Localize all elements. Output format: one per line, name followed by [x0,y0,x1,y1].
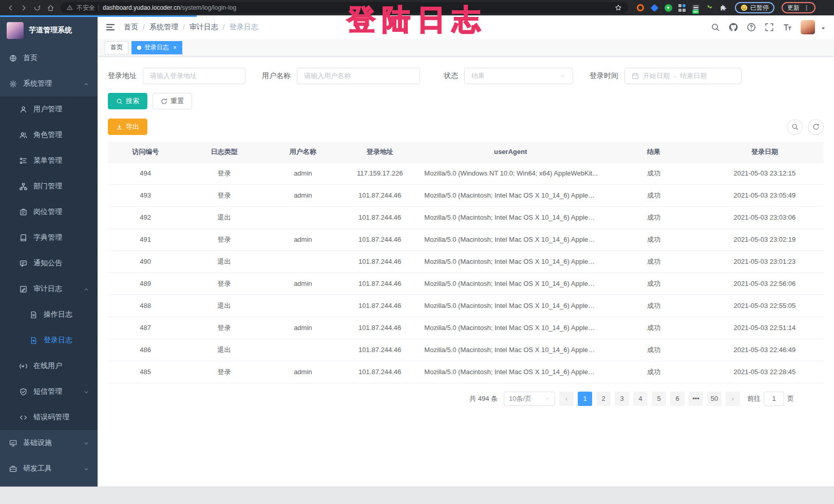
sidebar-item-字典管理[interactable]: 字典管理 [0,225,98,250]
breadcrumb-system[interactable]: 系统管理 [149,23,178,32]
table-cell: 117.159.17.226 [340,162,419,184]
github-icon[interactable] [729,23,738,32]
security-warning-label[interactable]: 不安全 [77,4,95,12]
sidebar-item-岗位管理[interactable]: 岗位管理 [0,199,98,225]
extension-orange-icon[interactable] [636,4,645,12]
page-button-50[interactable]: 50 [707,392,722,406]
browser-reload-icon[interactable] [31,2,43,14]
avatar-caret-down-icon[interactable] [820,24,826,30]
table-cell: 492 [108,206,183,228]
update-button[interactable]: 更新 [782,2,816,13]
browser-menu-icon[interactable] [803,5,810,11]
url-divider [99,5,99,11]
table-column-header: 登录日期 [706,142,824,162]
refresh-table-button[interactable] [808,119,824,135]
sidebar-item-登录日志[interactable]: 登录日志 [0,327,98,353]
bookmark-star-icon[interactable] [615,4,622,11]
page-ellipsis-button[interactable]: ••• [689,392,703,406]
sidebar-item-菜单管理[interactable]: 菜单管理 [0,148,98,173]
sidebar-item-用户管理[interactable]: 用户管理 [0,96,98,122]
extension-grid-icon[interactable] [678,4,686,12]
page-button-3[interactable]: 3 [615,392,629,406]
status-select[interactable]: 结果 [464,68,573,84]
sidebar-item-系统管理[interactable]: 系统管理 [0,71,98,96]
tab-login-log[interactable]: 登录日志 × [131,41,182,54]
toggle-search-button[interactable] [787,119,803,135]
hamburger-icon[interactable] [105,22,116,32]
sidebar-item-研发工具[interactable]: 研发工具 [0,456,98,481]
paused-badge[interactable]: 已暂停 [735,2,774,13]
breadcrumb-home[interactable]: 首页 [124,23,138,32]
search-button[interactable]: 搜索 [108,93,147,109]
sidebar-item-label: 登录日志 [44,336,72,345]
sidebar-item-部门管理[interactable]: 部门管理 [0,173,98,199]
prev-page-button[interactable]: ‹ [559,392,574,406]
table-row[interactable]: 488退出101.87.244.46Mozilla/5.0 (Macintosh… [108,295,824,317]
security-warning-icon[interactable] [67,5,73,11]
table-row[interactable]: 486退出101.87.244.46Mozilla/5.0 (Macintosh… [108,339,824,361]
table-row[interactable]: 491登录admin101.87.244.46Mozilla/5.0 (Maci… [108,228,824,250]
login-address-input[interactable]: 请输入登录地址 [143,68,245,84]
address-bar[interactable]: 不安全 dashboard.yudao.iocoder.cn/system/lo… [61,2,628,13]
sidebar-item-短信管理[interactable]: 短信管理 [0,379,98,404]
table-cell: 登录 [183,317,265,339]
sidebar-item-基础设施[interactable]: 基础设施 [0,430,98,456]
extensions-puzzle-icon[interactable] [719,4,728,12]
help-icon[interactable] [747,23,756,32]
font-size-icon[interactable] [783,23,792,32]
browser-home-icon[interactable] [44,2,56,14]
sidebar-item-审计日志[interactable]: 审计日志 [0,276,98,302]
tab-home[interactable]: 首页 [105,41,128,54]
page-button-4[interactable]: 4 [633,392,648,406]
browser-back-icon[interactable] [4,2,16,14]
goto-page-input[interactable]: 1 [764,392,784,406]
sidebar-item-操作日志[interactable]: 操作日志 [0,302,98,327]
extension-list-icon[interactable]: on [692,4,700,12]
breadcrumb-audit[interactable]: 审计日志 [189,23,218,32]
export-button[interactable]: 导出 [108,119,147,135]
sidebar-item-首页[interactable]: 首页 [0,45,98,71]
page-button-5[interactable]: 5 [652,392,666,406]
tab-close-icon[interactable]: × [173,44,177,51]
sidebar-item-通知公告[interactable]: 通知公告 [0,250,98,276]
sidebar-item-在线用户[interactable]: 在线用户 [0,353,98,379]
table-row[interactable]: 489登录admin101.87.244.46Mozilla/5.0 (Maci… [108,273,824,295]
page-button-1[interactable]: 1 [578,392,592,406]
page-button-2[interactable]: 2 [596,392,611,406]
table-row[interactable]: 494登录admin117.159.17.226Mozilla/5.0 (Win… [108,162,824,184]
login-time-range-picker[interactable]: 开始日期 - 结束日期 [624,68,742,84]
table-cell: Mozilla/5.0 (Macintosh; Intel Mac OS X 1… [419,339,601,361]
page-size-select[interactable]: 10条/页 [504,392,555,406]
page-size-caret-icon [544,396,550,401]
table-row[interactable]: 490退出101.87.244.46Mozilla/5.0 (Macintosh… [108,250,824,273]
table-cell: 成功 [602,317,706,339]
sidebar-item-label: 用户管理 [33,105,62,114]
extension-gem-icon[interactable] [650,4,658,12]
table-row[interactable]: 487登录admin101.87.244.46Mozilla/5.0 (Maci… [108,317,824,339]
table-cell: Mozilla/5.0 (Macintosh; Intel Mac OS X 1… [419,361,601,383]
next-page-button[interactable]: › [726,392,740,406]
table-row[interactable]: 485登录admin101.87.244.46Mozilla/5.0 (Maci… [108,361,824,383]
fullscreen-icon[interactable] [765,23,774,32]
url-text[interactable]: dashboard.yudao.iocoder.cn/system/log/lo… [103,4,236,11]
horizontal-scrollbar[interactable] [0,487,834,504]
page-button-6[interactable]: 6 [670,392,685,406]
extension-green-icon[interactable]: ♥ [664,4,672,12]
table-row[interactable]: 493登录admin101.87.244.46Mozilla/5.0 (Maci… [108,184,824,206]
reset-button[interactable]: 重置 [153,93,192,109]
sidebar-item-label: 角色管理 [33,130,62,140]
sidebar-item-label: 错误码管理 [33,413,69,422]
sidebar-item-角色管理[interactable]: 角色管理 [0,122,98,148]
menu-tree-icon [20,157,27,165]
sidebar-item-错误码管理[interactable]: 错误码管理 [0,404,98,430]
sidebar-logo[interactable]: 芋道管理系统 [0,15,98,45]
table-cell: 成功 [602,162,706,184]
table-cell: 2021-05-03 23:02:19 [706,228,824,250]
table-row[interactable]: 492退出101.87.244.46Mozilla/5.0 (Macintosh… [108,206,824,228]
username-input[interactable]: 请输入用户名称 [297,68,420,84]
header-search-icon[interactable] [711,23,720,32]
user-avatar[interactable] [801,20,815,34]
extension-sprout-icon[interactable] [706,4,714,12]
dashboard-icon [9,54,17,62]
browser-forward-icon[interactable] [17,2,30,14]
